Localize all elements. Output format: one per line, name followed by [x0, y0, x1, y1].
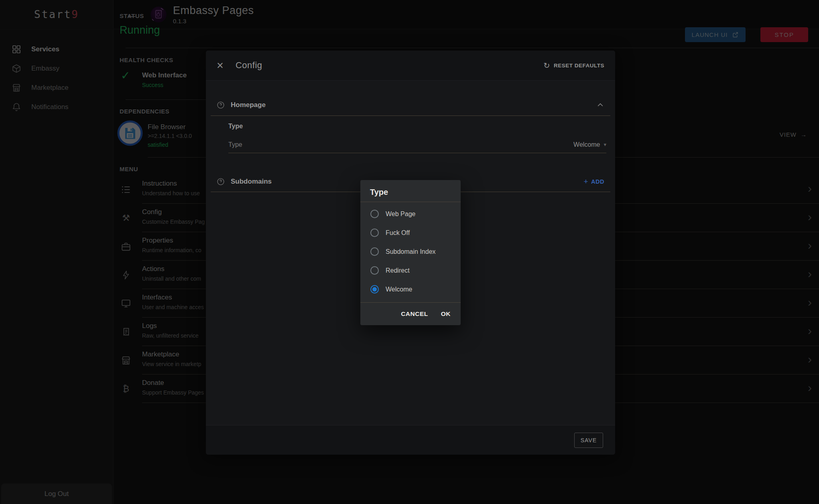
radio-option-redirect[interactable]: Redirect — [360, 261, 461, 280]
type-select-dialog: Type Web Page Fuck Off Subdomain Index R… — [360, 180, 461, 325]
cancel-button[interactable]: CANCEL — [401, 310, 428, 318]
radio-group: Web Page Fuck Off Subdomain Index Redire… — [360, 202, 461, 301]
dialog-footer: CANCEL OK — [360, 302, 461, 325]
ok-button[interactable]: OK — [441, 310, 451, 318]
app-root: Start9 Services Embassy Marketplace — [0, 0, 819, 504]
radio-button[interactable] — [370, 266, 379, 275]
radio-button[interactable] — [370, 229, 379, 237]
radio-button[interactable] — [370, 247, 379, 256]
dialog-title: Type — [360, 180, 461, 202]
radio-button[interactable] — [370, 285, 379, 293]
radio-option-welcome[interactable]: Welcome — [360, 280, 461, 299]
radio-option-subdomain-index[interactable]: Subdomain Index — [360, 242, 461, 261]
radio-option-label: Welcome — [386, 286, 412, 293]
radio-button[interactable] — [370, 210, 379, 218]
radio-option-web-page[interactable]: Web Page — [360, 204, 461, 223]
radio-option-fuck-off[interactable]: Fuck Off — [360, 223, 461, 242]
radio-option-label: Redirect — [386, 267, 410, 274]
radio-option-label: Fuck Off — [386, 229, 410, 237]
radio-option-label: Subdomain Index — [386, 248, 436, 255]
radio-option-label: Web Page — [386, 211, 415, 218]
